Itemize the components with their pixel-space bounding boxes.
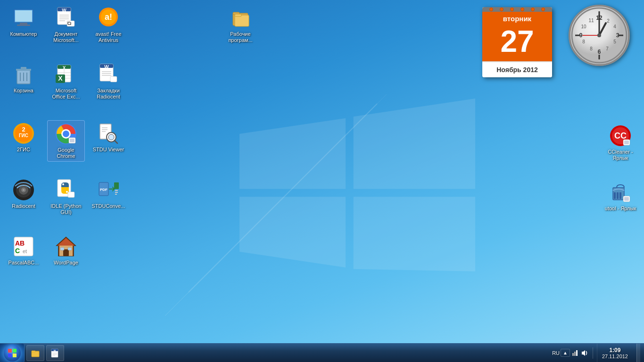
svg-rect-93 — [619, 192, 621, 199]
calendar-widget[interactable]: вторник 27 Ноябрь 2012 — [482, 7, 552, 77]
svg-point-64 — [23, 189, 25, 191]
icon-document[interactable]: W Документ Microsoft... — [47, 5, 85, 45]
svg-rect-21 — [235, 14, 241, 16]
svg-text:2: 2 — [22, 126, 25, 133]
icon-wordpage[interactable]: WordPage — [47, 233, 85, 268]
icon-stdu-converter[interactable]: PDF STDUConve... — [90, 177, 127, 211]
icon-trash[interactable]: Корзина — [5, 61, 42, 96]
svg-text:C: C — [15, 247, 20, 255]
svg-text:10: 10 — [581, 24, 586, 29]
icon-trash-label: Корзина — [14, 88, 33, 94]
tray-language[interactable]: RU — [552, 350, 560, 356]
icon-utool[interactable]: utool - Ярлык — [602, 179, 639, 214]
svg-text:4: 4 — [613, 24, 616, 29]
taskbar-item-explorer[interactable] — [26, 345, 44, 361]
svg-rect-122 — [32, 351, 35, 352]
icon-2gis[interactable]: 2 ГИС 2ГИС — [5, 120, 42, 155]
svg-rect-120 — [13, 354, 17, 357]
tray-network-icon[interactable] — [571, 349, 579, 357]
icon-ccleaner[interactable]: CC CCleaner - Ярлык — [602, 123, 639, 163]
taskbar-icon-explorer — [31, 348, 40, 358]
icon-ccleaner-label: CCleaner - Ярлык — [603, 149, 637, 161]
icon-workprograms[interactable]: Рабочие програм... — [222, 5, 259, 45]
icon-stdu-viewer[interactable]: STDU Viewer — [90, 120, 127, 155]
svg-rect-72 — [115, 190, 118, 191]
icon-chrome-label: Google Chrome — [50, 147, 83, 159]
system-tray: RU ▲ — [548, 344, 644, 362]
start-orb — [4, 345, 21, 362]
svg-text:et: et — [23, 248, 27, 254]
taskbar-clock[interactable]: 1:09 27.11.2012 — [597, 344, 633, 362]
icon-excel-label: Microsoft Office Exc... — [49, 88, 83, 100]
taskbar: W RU ▲ — [0, 343, 644, 362]
svg-rect-95 — [624, 197, 629, 201]
taskbar-time: 1:09 — [609, 347, 620, 354]
calendar-day-number: 27 — [500, 25, 534, 58]
svg-rect-117 — [8, 349, 12, 353]
svg-rect-24 — [21, 67, 26, 69]
icon-pascal[interactable]: AB C et PascalABC... — [5, 233, 42, 268]
svg-text:ГИС: ГИС — [19, 133, 28, 138]
svg-rect-73 — [115, 192, 118, 193]
calendar-month-year: Ноябрь 2012 — [496, 66, 538, 74]
svg-text:7: 7 — [606, 46, 609, 51]
svg-rect-91 — [614, 192, 616, 199]
show-desktop-button[interactable] — [636, 344, 640, 362]
svg-rect-84 — [68, 247, 72, 250]
svg-rect-89 — [624, 140, 629, 144]
clock-widget: 12 6 3 9 2 4 5 7 8 8 10 11 — [569, 5, 630, 66]
svg-rect-131 — [576, 350, 578, 356]
icon-idle-label: IDLE (Python GUI) — [49, 203, 83, 215]
icon-pascal-label: PascalABC... — [8, 260, 39, 266]
tray-expand-button[interactable]: ▲ — [561, 349, 570, 357]
svg-text:11: 11 — [588, 18, 594, 23]
svg-text:5: 5 — [613, 39, 616, 44]
svg-point-55 — [108, 134, 114, 140]
svg-rect-4 — [15, 10, 32, 22]
svg-rect-129 — [572, 353, 574, 356]
tray-volume-icon[interactable] — [580, 349, 589, 357]
svg-rect-20 — [235, 15, 249, 26]
svg-rect-43 — [110, 76, 117, 82]
svg-rect-5 — [20, 23, 27, 25]
icon-chrome[interactable]: Google Chrome — [47, 120, 85, 162]
svg-rect-68 — [68, 192, 74, 197]
icon-bookmarks[interactable]: W Закладки Radiocent — [90, 61, 127, 102]
svg-point-66 — [62, 183, 64, 185]
desktop: Компьютер W Документ Micro — [0, 0, 644, 362]
svg-text:8: 8 — [582, 39, 585, 44]
icon-computer[interactable]: Компьютер — [5, 5, 42, 39]
taskbar-icon-word: W — [50, 348, 60, 358]
svg-text:2: 2 — [607, 18, 610, 24]
svg-line-56 — [115, 140, 117, 143]
svg-text:3: 3 — [616, 32, 619, 39]
icon-avast[interactable]: a! avast! Free Antivirus — [90, 5, 127, 45]
icon-excel[interactable]: X X Microsoft Office Exc... — [47, 61, 85, 102]
svg-rect-83 — [60, 247, 64, 250]
icon-bookmarks-label: Закладки Radiocent — [91, 88, 125, 100]
svg-marker-132 — [582, 350, 585, 356]
svg-rect-92 — [617, 192, 619, 199]
calendar-day-name: вторник — [503, 15, 531, 23]
taskbar-date: 27.11.2012 — [602, 354, 628, 359]
svg-text:W: W — [62, 8, 66, 13]
tray-separator — [593, 347, 593, 359]
taskbar-item-word[interactable]: W — [46, 345, 64, 361]
start-button[interactable] — [0, 344, 25, 362]
svg-rect-6 — [17, 25, 30, 26]
icon-workprograms-label: Рабочие програм... — [223, 31, 257, 43]
icon-radiocent[interactable]: Radiocent — [5, 177, 42, 211]
svg-text:8: 8 — [590, 46, 593, 51]
icon-utool-label: utool - Ярлык — [605, 206, 636, 212]
svg-rect-71 — [114, 182, 119, 189]
icon-idle-python[interactable]: IDLE (Python GUI) — [47, 177, 85, 217]
svg-rect-74 — [115, 194, 117, 195]
svg-text:W: W — [54, 349, 56, 352]
svg-marker-80 — [58, 238, 74, 246]
svg-text:W: W — [104, 65, 109, 70]
icon-stdu-viewer-label: STDU Viewer — [93, 147, 124, 153]
svg-text:AB: AB — [15, 239, 25, 247]
icon-avast-label: avast! Free Antivirus — [91, 31, 125, 43]
taskbar-items: W — [25, 344, 548, 362]
svg-point-50 — [63, 131, 69, 137]
